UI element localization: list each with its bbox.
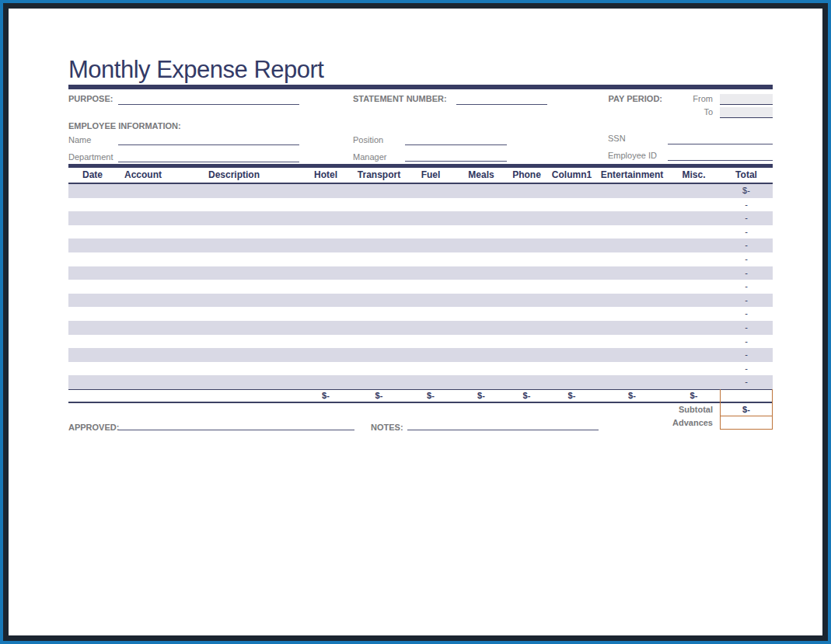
column-header-account: Account bbox=[117, 168, 169, 183]
page-frame-inner: Monthly Expense Report PURPOSE: STATEMEN… bbox=[3, 3, 828, 641]
advances-cell[interactable] bbox=[720, 416, 773, 430]
expense-row[interactable]: - bbox=[68, 238, 773, 252]
expense-row-cells[interactable] bbox=[68, 252, 720, 266]
row-total-cell[interactable]: - bbox=[720, 321, 773, 335]
column-sum-hotel[interactable]: $- bbox=[299, 390, 353, 402]
expense-row[interactable]: - bbox=[68, 307, 773, 321]
row-total-cell[interactable]: - bbox=[720, 362, 773, 376]
pay-period-from-field[interactable] bbox=[720, 94, 773, 105]
row-total-cell[interactable]: - bbox=[720, 252, 773, 266]
expense-row[interactable]: $- bbox=[68, 184, 773, 198]
column-header-entertainment: Entertainment bbox=[596, 168, 668, 183]
expense-row[interactable]: - bbox=[68, 198, 773, 212]
column-header-date: Date bbox=[68, 168, 117, 183]
column-sum-transport[interactable]: $- bbox=[353, 390, 405, 402]
subtotal-cell[interactable]: $- bbox=[720, 403, 773, 416]
ssn-label: SSN bbox=[608, 134, 626, 143]
expense-row[interactable]: - bbox=[68, 280, 773, 294]
column-totals-row: $-$-$-$-$-$-$-$- bbox=[68, 389, 773, 403]
expense-row-cells[interactable] bbox=[68, 266, 720, 280]
column-sum-entertainment[interactable]: $- bbox=[596, 390, 668, 402]
statement-number-label: STATEMENT NUMBER: bbox=[353, 94, 447, 103]
row-total-cell[interactable]: - bbox=[720, 280, 773, 294]
position-label: Position bbox=[353, 135, 383, 144]
subtotal-label: Subtotal bbox=[596, 405, 713, 414]
title-divider bbox=[68, 85, 773, 89]
purpose-label: PURPOSE: bbox=[68, 94, 113, 103]
grand-total-cell[interactable] bbox=[720, 389, 773, 403]
column-sum-account[interactable] bbox=[117, 390, 169, 402]
row-total-cell[interactable]: - bbox=[720, 375, 773, 389]
page-frame: Monthly Expense Report PURPOSE: STATEMEN… bbox=[0, 0, 831, 644]
expense-row-cells[interactable] bbox=[68, 184, 720, 198]
expense-row-cells[interactable] bbox=[68, 375, 720, 389]
row-total-cell[interactable]: - bbox=[720, 294, 773, 308]
department-label: Department bbox=[68, 152, 113, 162]
column-sum-phone[interactable]: $- bbox=[506, 390, 547, 402]
expense-row-cells[interactable] bbox=[68, 362, 720, 376]
expense-row-cells[interactable] bbox=[68, 321, 720, 335]
expense-row[interactable]: - bbox=[68, 294, 773, 308]
expense-row[interactable]: - bbox=[68, 335, 773, 349]
expense-row[interactable]: - bbox=[68, 362, 773, 376]
expense-row-cells[interactable] bbox=[68, 225, 720, 239]
row-total-cell[interactable]: - bbox=[720, 335, 773, 349]
approved-field[interactable] bbox=[118, 419, 354, 430]
column-sum-column1[interactable]: $- bbox=[547, 390, 596, 402]
expense-row-cells[interactable] bbox=[68, 294, 720, 308]
expense-row-cells[interactable] bbox=[68, 198, 720, 212]
position-field[interactable] bbox=[405, 134, 507, 145]
column-sum-date[interactable] bbox=[68, 390, 117, 402]
approved-label: APPROVED: bbox=[68, 423, 119, 432]
purpose-field[interactable] bbox=[118, 94, 299, 105]
column-sum-description[interactable] bbox=[169, 390, 299, 402]
manager-label: Manager bbox=[353, 152, 386, 162]
employee-id-field[interactable] bbox=[668, 150, 773, 161]
column-header-transport: Transport bbox=[353, 168, 405, 183]
expense-row-cells[interactable] bbox=[68, 238, 720, 252]
expense-row[interactable]: - bbox=[68, 321, 773, 335]
column-sum-misc[interactable]: $- bbox=[668, 390, 720, 402]
expense-row-cells[interactable] bbox=[68, 335, 720, 349]
manager-field[interactable] bbox=[405, 151, 507, 162]
expense-table-body: $--------------- bbox=[68, 184, 773, 389]
column-header-meals: Meals bbox=[456, 168, 506, 183]
column-header-hotel: Hotel bbox=[299, 168, 353, 183]
row-total-cell[interactable]: - bbox=[720, 198, 773, 212]
expense-row[interactable]: - bbox=[68, 225, 773, 239]
row-total-cell[interactable]: - bbox=[720, 238, 773, 252]
column-header-misc: Misc. bbox=[668, 168, 720, 183]
expense-row[interactable]: - bbox=[68, 375, 773, 389]
column-sum-fuel[interactable]: $- bbox=[405, 390, 456, 402]
notes-field[interactable] bbox=[407, 419, 599, 430]
expense-row[interactable]: - bbox=[68, 211, 773, 225]
column-header-fuel: Fuel bbox=[405, 168, 456, 183]
expense-row[interactable]: - bbox=[68, 252, 773, 266]
row-total-cell[interactable]: $- bbox=[720, 184, 773, 198]
expense-row-cells[interactable] bbox=[68, 348, 720, 362]
row-total-cell[interactable]: - bbox=[720, 307, 773, 321]
row-total-cell[interactable]: - bbox=[720, 211, 773, 225]
expense-row[interactable]: - bbox=[68, 348, 773, 362]
notes-label: NOTES: bbox=[371, 423, 403, 432]
pay-period-to-field[interactable] bbox=[720, 107, 773, 118]
column-header-description: Description bbox=[169, 168, 299, 183]
row-total-cell[interactable]: - bbox=[720, 266, 773, 280]
pay-period-label: PAY PERIOD: bbox=[594, 94, 662, 103]
row-total-cell[interactable]: - bbox=[720, 225, 773, 239]
ssn-field[interactable] bbox=[668, 134, 773, 144]
expense-row-cells[interactable] bbox=[68, 280, 720, 294]
pay-period-to-label: To bbox=[674, 107, 713, 117]
report-sheet: Monthly Expense Report PURPOSE: STATEMEN… bbox=[9, 9, 822, 635]
statement-number-field[interactable] bbox=[456, 94, 547, 105]
expense-row-cells[interactable] bbox=[68, 307, 720, 321]
pay-period-from-label: From bbox=[674, 94, 713, 103]
row-total-cell[interactable]: - bbox=[720, 348, 773, 362]
employee-id-label: Employee ID bbox=[608, 151, 657, 160]
expense-row-cells[interactable] bbox=[68, 211, 720, 225]
department-field[interactable] bbox=[118, 151, 299, 162]
expense-row[interactable]: - bbox=[68, 266, 773, 280]
name-field[interactable] bbox=[118, 134, 299, 145]
column-sum-meals[interactable]: $- bbox=[456, 390, 506, 402]
column-header-total: Total bbox=[720, 168, 773, 183]
